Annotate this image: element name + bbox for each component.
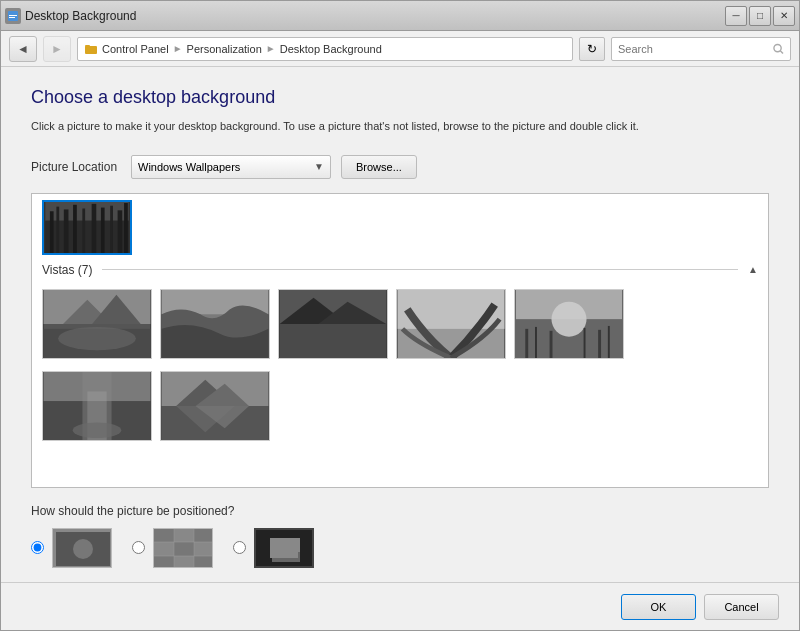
forward-button[interactable]: ►: [43, 36, 71, 62]
path-part-1: Control Panel: [102, 43, 169, 55]
selected-wallpaper-thumb[interactable]: [42, 200, 132, 255]
thumb-img-1: [43, 290, 151, 358]
preview-tile-img: [154, 529, 213, 568]
cancel-button[interactable]: Cancel: [704, 594, 779, 620]
svg-rect-18: [124, 202, 128, 252]
position-question: How should the picture be positioned?: [31, 504, 769, 518]
svg-rect-4: [85, 45, 90, 47]
search-box[interactable]: [611, 37, 791, 61]
maximize-button[interactable]: □: [749, 6, 771, 26]
svg-rect-11: [64, 209, 69, 253]
svg-rect-10: [56, 206, 59, 252]
svg-rect-68: [194, 556, 213, 568]
svg-rect-37: [525, 328, 528, 357]
wallpaper-thumb-2[interactable]: [160, 289, 270, 359]
svg-rect-2: [9, 17, 15, 18]
refresh-button[interactable]: ↻: [579, 37, 605, 61]
preview-center-img: [256, 530, 314, 568]
svg-rect-73: [256, 530, 314, 568]
svg-rect-42: [608, 325, 610, 357]
svg-point-48: [73, 422, 122, 438]
wallpaper-thumb-3[interactable]: [278, 289, 388, 359]
browse-button[interactable]: Browse...: [341, 155, 417, 179]
ok-button[interactable]: OK: [621, 594, 696, 620]
search-input[interactable]: [618, 43, 769, 55]
chevron-down-icon: ▼: [314, 161, 324, 172]
svg-rect-16: [110, 205, 113, 252]
picture-location-select[interactable]: Windows Wallpapers ▼: [131, 155, 331, 179]
bottom-bar: OK Cancel: [1, 582, 799, 630]
window: Desktop Background ─ □ ✕ ◄ ► Control Pan…: [0, 0, 800, 631]
minimize-button[interactable]: ─: [725, 6, 747, 26]
svg-rect-75: [272, 538, 300, 552]
position-radio-tile[interactable]: [132, 541, 145, 554]
page-description: Click a picture to make it your desktop …: [31, 118, 769, 135]
window-title: Desktop Background: [25, 9, 136, 23]
path-part-2: Personalization: [187, 43, 262, 55]
path-part-3: Desktop Background: [280, 43, 382, 55]
position-preview-fill: [52, 528, 112, 568]
address-path[interactable]: Control Panel ► Personalization ► Deskto…: [77, 37, 573, 61]
svg-rect-74: [272, 538, 300, 562]
gallery-container: Vistas (7) ▲: [31, 193, 769, 488]
thumb-img-5: [515, 290, 623, 358]
svg-rect-66: [154, 556, 174, 568]
svg-rect-65: [194, 542, 213, 556]
wallpaper-grid: [42, 289, 758, 359]
position-section: How should the picture be positioned?: [31, 504, 769, 568]
wallpaper-thumb-6[interactable]: [42, 371, 152, 441]
svg-rect-39: [550, 330, 553, 357]
svg-point-5: [774, 44, 781, 51]
svg-rect-41: [598, 329, 601, 357]
category-collapse-button[interactable]: ▲: [748, 264, 758, 275]
svg-point-76: [281, 540, 291, 550]
svg-rect-9: [50, 211, 54, 253]
wallpaper-thumb-4[interactable]: [396, 289, 506, 359]
svg-line-6: [780, 50, 783, 53]
wallpaper-thumb-7[interactable]: [160, 371, 270, 441]
svg-rect-13: [82, 208, 85, 253]
title-bar-controls: ─ □ ✕: [725, 6, 795, 26]
svg-rect-3: [85, 46, 97, 54]
title-bar: Desktop Background ─ □ ✕: [1, 1, 799, 31]
position-radio-center[interactable]: [233, 541, 246, 554]
category-name: Vistas (7): [42, 263, 92, 277]
thumb-img-6: [43, 372, 151, 440]
svg-rect-38: [535, 326, 537, 357]
svg-point-24: [58, 326, 136, 349]
position-option-tile[interactable]: [132, 528, 213, 568]
svg-point-36: [552, 301, 587, 336]
svg-rect-31: [280, 324, 387, 358]
separator-1: ►: [173, 43, 183, 54]
svg-rect-60: [154, 529, 174, 542]
svg-rect-63: [154, 542, 174, 556]
top-preview: [42, 200, 758, 255]
position-preview-tile: [153, 528, 213, 568]
back-button[interactable]: ◄: [9, 36, 37, 62]
svg-rect-40: [584, 327, 586, 357]
search-icon: [773, 43, 784, 55]
window-icon: [5, 8, 21, 24]
thumb-img-7: [161, 372, 269, 440]
gallery-scroll-area[interactable]: Vistas (7) ▲: [32, 194, 768, 487]
position-option-fill[interactable]: [31, 528, 112, 568]
svg-rect-1: [9, 15, 17, 16]
wallpaper-grid-2: [42, 371, 758, 441]
svg-rect-12: [73, 204, 77, 252]
separator-2: ►: [266, 43, 276, 54]
svg-rect-61: [174, 529, 194, 542]
close-button[interactable]: ✕: [773, 6, 795, 26]
folder-icon: [84, 42, 98, 56]
wallpaper-thumb-1[interactable]: [42, 289, 152, 359]
position-radio-fill[interactable]: [31, 541, 44, 554]
svg-rect-15: [101, 207, 105, 252]
address-bar: ◄ ► Control Panel ► Personalization ► De…: [1, 31, 799, 67]
svg-rect-64: [174, 542, 194, 556]
wallpaper-thumb-5[interactable]: [514, 289, 624, 359]
position-preview-center: [254, 528, 314, 568]
position-option-center[interactable]: [233, 528, 314, 568]
category-header: Vistas (7) ▲: [42, 263, 758, 277]
picture-location-row: Picture Location Windows Wallpapers ▼ Br…: [31, 155, 769, 179]
preview-fill-img: [53, 529, 112, 568]
thumb-img-2: [161, 290, 269, 358]
